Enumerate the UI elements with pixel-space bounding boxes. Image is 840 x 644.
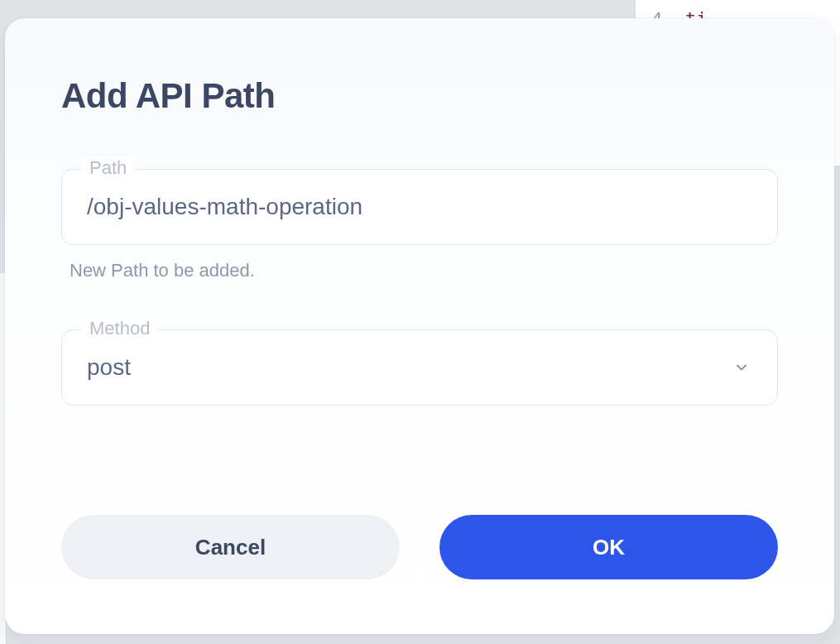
path-helper-text: New Path to be added.	[61, 260, 778, 281]
method-field-wrap: Method post	[61, 329, 778, 406]
method-label: Method	[81, 318, 158, 339]
path-input[interactable]	[61, 169, 778, 245]
add-api-path-dialog: Add API Path Path New Path to be added. …	[5, 18, 834, 634]
dialog-actions: Cancel OK	[61, 515, 778, 579]
dialog-title: Add API Path	[61, 76, 778, 116]
dialog-spacer	[61, 406, 778, 515]
cancel-button[interactable]: Cancel	[61, 515, 400, 579]
method-select[interactable]: post	[61, 329, 778, 406]
ok-button[interactable]: OK	[439, 515, 778, 579]
path-field-wrap: Path	[61, 169, 778, 245]
method-selected-value: post	[87, 354, 131, 381]
chevron-down-icon	[731, 357, 752, 378]
path-label: Path	[81, 157, 135, 179]
